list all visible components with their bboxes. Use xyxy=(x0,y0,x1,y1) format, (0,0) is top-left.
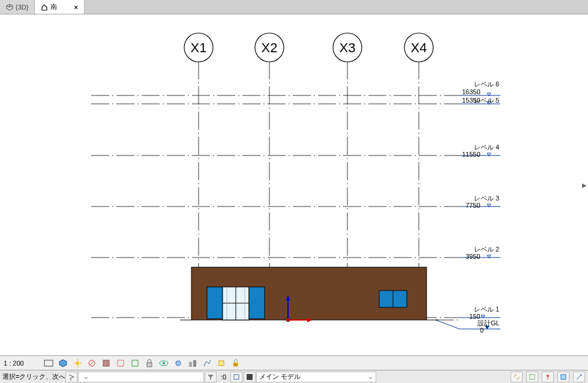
svg-point-41 xyxy=(176,361,181,366)
home-icon xyxy=(41,4,48,11)
grid-label-x4: X4 xyxy=(411,40,427,55)
level-4-value: 11550 xyxy=(462,151,481,158)
level-gl-name: 設計GL xyxy=(478,319,500,327)
model-graphics-icon[interactable] xyxy=(43,358,54,369)
tab-3d[interactable]: {3D} xyxy=(0,0,35,14)
grid-label-x3: X3 xyxy=(340,40,356,55)
sun-path-icon[interactable] xyxy=(72,358,83,369)
status-arrow-icon[interactable] xyxy=(65,372,77,382)
svg-line-34 xyxy=(89,361,94,366)
status-right-group xyxy=(510,372,588,382)
tab-close-icon[interactable]: × xyxy=(74,4,77,11)
svg-rect-37 xyxy=(132,360,138,366)
svg-rect-50 xyxy=(561,375,566,379)
svg-line-2 xyxy=(7,5,10,7)
svg-rect-46 xyxy=(247,374,253,380)
select-links-icon[interactable] xyxy=(511,372,523,382)
temporary-hide-icon[interactable] xyxy=(158,358,169,369)
lock-icon[interactable] xyxy=(144,358,155,369)
tab-south-label: 南 xyxy=(50,2,57,11)
constraints-icon[interactable]: 🔓 xyxy=(230,358,241,369)
svg-rect-47 xyxy=(530,375,535,379)
svg-point-28 xyxy=(76,361,79,365)
tab-3d-label: {3D} xyxy=(16,4,28,11)
analytical-icon[interactable] xyxy=(202,358,212,369)
level-6-value: 16350 xyxy=(462,88,481,95)
level-2-value: 3950 xyxy=(466,253,480,260)
elevation-drawing: レベル 6 16350 レベル 5 15350 レベル 4 11550 レベル … xyxy=(0,14,588,355)
svg-rect-26 xyxy=(44,360,53,366)
filter-count: :0 xyxy=(217,373,230,381)
svg-point-48 xyxy=(547,375,549,377)
scroll-right-icon[interactable]: ▶ xyxy=(582,182,587,188)
drawing-canvas[interactable]: レベル 6 16350 レベル 5 15350 レベル 4 11550 レベル … xyxy=(0,14,588,355)
svg-rect-44 xyxy=(219,361,224,366)
svg-rect-38 xyxy=(147,363,152,367)
highlight-icon[interactable] xyxy=(216,358,227,369)
reveal-hidden-icon[interactable] xyxy=(173,358,184,369)
svg-rect-35 xyxy=(103,360,109,366)
status-bar: 選択=クリック、次へ=[Ta ⌄ :0 メイン モデル⌄ xyxy=(0,370,588,383)
cube-view-icon[interactable] xyxy=(58,358,68,369)
crop-region-icon[interactable] xyxy=(130,358,140,369)
level-6-name: レベル 6 xyxy=(474,80,499,88)
filter-icon[interactable] xyxy=(205,372,217,382)
status-restore-icon[interactable] xyxy=(230,372,242,382)
select-underlay-icon[interactable] xyxy=(526,372,538,382)
level-3-value: 7750 xyxy=(466,202,480,209)
select-face-icon[interactable] xyxy=(557,372,569,382)
panel-left xyxy=(207,287,223,319)
svg-marker-27 xyxy=(59,360,67,367)
tab-south[interactable]: 南 × xyxy=(35,0,84,14)
model-selector[interactable]: メイン モデル⌄ xyxy=(256,372,376,382)
svg-rect-36 xyxy=(118,360,124,366)
svg-point-40 xyxy=(163,362,165,364)
panel-right xyxy=(249,287,265,319)
cube-icon xyxy=(6,4,13,11)
window-right xyxy=(379,291,407,307)
svg-rect-43 xyxy=(193,360,196,367)
level-1-name: レベル 1 xyxy=(474,306,499,313)
level-2-name: レベル 2 xyxy=(474,246,499,253)
level-gl-value: 0 xyxy=(480,327,484,334)
svg-point-23 xyxy=(286,318,290,322)
svg-line-11 xyxy=(436,320,460,329)
rendering-icon[interactable] xyxy=(101,358,112,369)
worksharing-icon[interactable] xyxy=(187,358,198,369)
level-4-name: レベル 4 xyxy=(474,143,499,151)
view-scale[interactable]: 1 : 200 xyxy=(4,360,40,367)
crop-view-icon[interactable] xyxy=(115,358,126,369)
select-pinned-icon[interactable] xyxy=(542,372,554,382)
level-5-value: 15350 xyxy=(462,97,481,104)
svg-rect-45 xyxy=(234,375,239,379)
door-double xyxy=(223,287,249,320)
tab-bar: {3D} 南 × xyxy=(0,0,588,14)
status-hint: 選択=クリック、次へ=[Ta xyxy=(0,372,65,381)
type-selector[interactable]: ⌄ xyxy=(78,372,204,382)
level-3-name: レベル 3 xyxy=(474,195,499,202)
grid-label-x2: X2 xyxy=(262,40,278,55)
grid-label-x1: X1 xyxy=(191,40,207,55)
svg-rect-42 xyxy=(189,362,192,367)
model-selector-label: メイン モデル xyxy=(259,372,301,381)
svg-line-3 xyxy=(10,5,13,7)
drag-elements-icon[interactable] xyxy=(573,372,585,382)
view-control-bar: 1 : 200 🔓 xyxy=(0,355,588,370)
shadows-off-icon[interactable] xyxy=(86,358,97,369)
status-model-icon[interactable] xyxy=(244,372,256,382)
